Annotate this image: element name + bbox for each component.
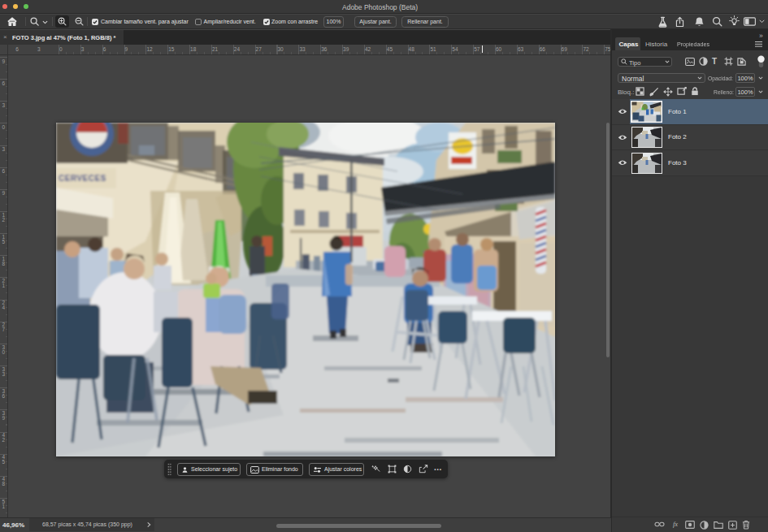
- svg-text:CERVECES: CERVECES: [59, 174, 106, 183]
